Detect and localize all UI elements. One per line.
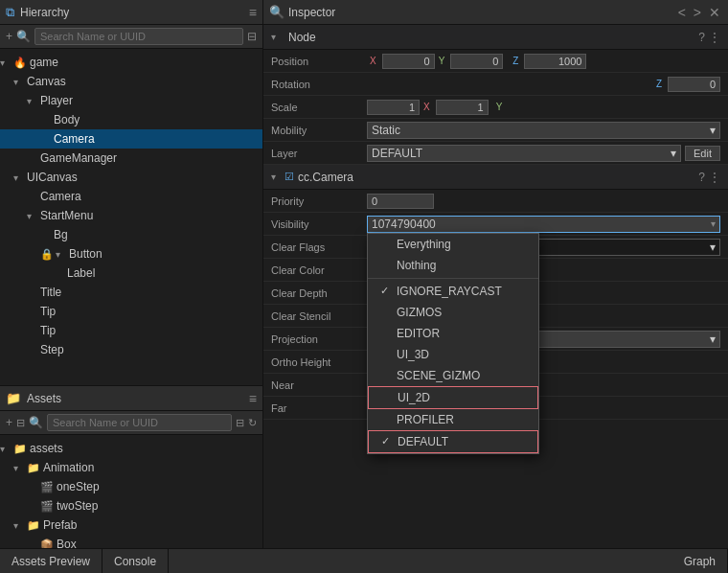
visibility-option-ui_3d[interactable]: UI_3D — [368, 344, 538, 365]
hierarchy-search-input[interactable] — [34, 28, 243, 45]
hierarchy-item-game[interactable]: 🔥game — [0, 53, 262, 72]
hierarchy-item-uicamera[interactable]: Camera — [0, 187, 262, 206]
hierarchy-item-startmenu[interactable]: StartMenu — [0, 206, 262, 225]
layer-select[interactable]: DEFAULT ▾ — [367, 145, 681, 162]
hierarchy-item-gamemanager[interactable]: GameManager — [0, 149, 262, 168]
node-help-icon[interactable]: ? — [698, 31, 705, 44]
console-tab[interactable]: Console — [102, 549, 169, 573]
visibility-option-ui_2d[interactable]: UI_2D — [368, 386, 538, 409]
assets-menu-icon[interactable]: ≡ — [249, 391, 257, 406]
hierarchy-list-icon[interactable]: ⊟ — [247, 30, 257, 43]
hierarchy-item-tip2[interactable]: Tip — [0, 321, 262, 340]
hierarchy-search-bar: + 🔍 ⊟ — [0, 25, 262, 49]
layer-edit-btn[interactable]: Edit — [685, 146, 720, 161]
inspector-forward-btn[interactable]: > — [692, 5, 703, 20]
assets-preview-tab-label: Assets Preview — [11, 555, 90, 568]
inspector-icon: 🔍 — [269, 5, 284, 19]
scale-y-input[interactable] — [436, 100, 489, 115]
visibility-row: Visibility 1074790400 ▾ EverythingNothin… — [263, 213, 728, 236]
assets-tree-icon[interactable]: ⊟ — [16, 417, 25, 429]
position-row: Position X Y Z — [263, 50, 728, 73]
layer-label: Layer — [271, 148, 367, 159]
hierarchy-item-camera[interactable]: Camera — [0, 129, 262, 149]
console-tab-label: Console — [114, 555, 156, 568]
tree-arrow — [27, 211, 40, 221]
cc-camera-section-header[interactable]: ☑ cc.Camera ? ⋮ — [263, 165, 728, 190]
hierarchy-item-button[interactable]: 🔒Button — [0, 244, 262, 264]
item-label-step: Step — [40, 343, 64, 356]
cc-camera-menu-icon[interactable]: ⋮ — [709, 171, 720, 184]
inspector-back-btn[interactable]: < — [676, 5, 688, 20]
visibility-option-ignore_raycast[interactable]: ✓IGNORE_RAYCAST — [368, 281, 538, 302]
hierarchy-item-body[interactable]: Body — [0, 110, 262, 129]
graph-tab-label: Graph — [684, 555, 716, 568]
add-assets-btn[interactable]: + — [6, 416, 12, 429]
rotation-z-input[interactable] — [668, 77, 720, 92]
assets-sort-icon[interactable]: ⊟ — [236, 417, 244, 429]
assets-item-box[interactable]: 📦Box — [0, 535, 262, 548]
assets-preview-tab[interactable]: Assets Preview — [0, 549, 102, 573]
assets-item-onestep[interactable]: 🎬oneStep — [0, 477, 262, 496]
scale-y-label: Y — [493, 101, 506, 113]
scale-value: X Y — [367, 100, 720, 115]
node-menu-icon[interactable]: ⋮ — [709, 31, 720, 44]
layer-value-text: DEFAULT — [372, 147, 671, 160]
rotation-z-label: Z — [653, 78, 665, 90]
cc-camera-help-icon[interactable]: ? — [698, 171, 705, 184]
visibility-option-everything[interactable]: Everything — [368, 234, 538, 255]
position-value: X Y Z — [367, 54, 720, 69]
asset-label-onestep: oneStep — [57, 480, 100, 493]
cc-camera-checkbox[interactable]: ☑ — [284, 171, 294, 183]
y-label: Y — [436, 55, 448, 67]
visibility-option-scene_gizmo[interactable]: SCENE_GIZMO — [368, 365, 538, 386]
asset-label-prefab: Prefab — [43, 518, 77, 532]
hierarchy-item-bg[interactable]: Bg — [0, 225, 262, 244]
hierarchy-item-step[interactable]: Step — [0, 340, 262, 359]
hierarchy-item-title[interactable]: Title — [0, 283, 262, 302]
z-label: Z — [510, 55, 521, 67]
hierarchy-item-label[interactable]: Label — [0, 264, 262, 283]
scale-x-input[interactable] — [367, 100, 420, 115]
x-label: X — [367, 55, 379, 67]
inspector-close-btn[interactable]: ✕ — [707, 5, 722, 20]
mobility-select[interactable]: Static ▾ — [367, 122, 720, 139]
graph-tab[interactable]: Graph — [672, 549, 728, 573]
visibility-option-editor[interactable]: EDITOR — [368, 323, 538, 344]
visibility-dropdown-trigger[interactable]: 1074790400 ▾ — [367, 216, 720, 233]
hierarchy-item-uicanvas[interactable]: UICanvas — [0, 168, 262, 187]
layer-caret: ▾ — [671, 147, 676, 160]
tree-arrow — [56, 249, 69, 260]
asset-icon-box: 📦 — [40, 539, 54, 549]
assets-item-assets[interactable]: 📁assets — [0, 439, 262, 458]
assets-item-twostep[interactable]: 🎬twoStep — [0, 496, 262, 516]
position-x-input[interactable] — [382, 54, 435, 69]
visibility-option-profiler[interactable]: PROFILER — [368, 409, 538, 430]
visibility-option-nothing[interactable]: Nothing — [368, 255, 538, 276]
node-section-header[interactable]: Node ? ⋮ — [263, 25, 728, 50]
assets-search-input[interactable] — [47, 414, 232, 431]
node-section-arrow — [271, 32, 284, 42]
position-z-input[interactable] — [524, 54, 586, 69]
item-label-game: game — [30, 56, 58, 69]
item-label-bg: Bg — [54, 228, 68, 241]
option-label: DEFAULT — [398, 435, 448, 448]
assets-refresh-icon[interactable]: ↻ — [248, 417, 257, 429]
visibility-caret: ▾ — [711, 218, 716, 229]
asset-icon-assets: 📁 — [13, 443, 27, 455]
assets-item-animation[interactable]: 📁Animation — [0, 458, 262, 477]
hierarchy-item-player[interactable]: Player — [0, 91, 262, 110]
add-hierarchy-btn[interactable]: + — [6, 30, 12, 43]
assets-item-prefab[interactable]: 📁Prefab — [0, 516, 262, 535]
visibility-option-gizmos[interactable]: GIZMOS — [368, 302, 538, 323]
hierarchy-item-tip1[interactable]: Tip — [0, 302, 262, 321]
tree-arrow — [13, 520, 27, 531]
projection-label: Projection — [271, 333, 367, 345]
hierarchy-item-canvas[interactable]: Canvas — [0, 72, 262, 91]
priority-input[interactable] — [367, 194, 434, 209]
item-label-title: Title — [40, 286, 61, 299]
visibility-option-default[interactable]: ✓DEFAULT — [368, 430, 538, 453]
visibility-label: Visibility — [271, 218, 367, 230]
cc-camera-title: cc.Camera — [298, 171, 694, 184]
hierarchy-menu-icon[interactable]: ≡ — [249, 5, 257, 20]
position-y-input[interactable] — [450, 54, 503, 69]
